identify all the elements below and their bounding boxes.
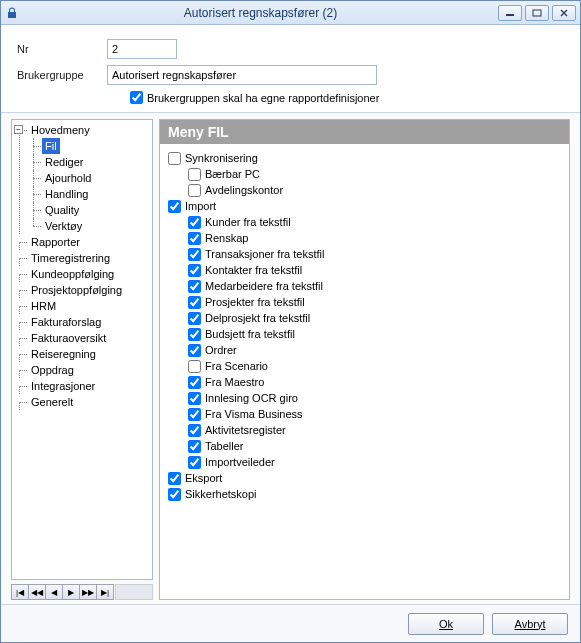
minimize-button[interactable] — [498, 5, 522, 21]
permission-label[interactable]: Fra Visma Business — [205, 406, 303, 422]
tree-node-root[interactable]: Hovedmeny — [28, 122, 93, 138]
permission-label[interactable]: Delprosjekt fra tekstfil — [205, 310, 310, 326]
permission-label[interactable]: Budsjett fra tekstfil — [205, 326, 295, 342]
permission-checkbox[interactable] — [188, 376, 201, 389]
permission-label[interactable]: Tabeller — [205, 438, 244, 454]
tree-node[interactable]: Fakturaforslag — [28, 314, 104, 330]
cancel-button[interactable]: Avbryt — [492, 613, 568, 635]
permission-label[interactable]: Medarbeidere fra tekstfil — [205, 278, 323, 294]
content-panel: Meny FIL SynkroniseringBærbar PCAvdeling… — [159, 119, 570, 600]
tree-node[interactable]: Quality — [42, 202, 82, 218]
permission-checkbox[interactable] — [188, 408, 201, 421]
tree-node[interactable]: Fakturaoversikt — [28, 330, 109, 346]
tree-node[interactable]: Generelt — [28, 394, 76, 410]
permission-checkbox[interactable] — [188, 360, 201, 373]
permission-checkbox[interactable] — [188, 312, 201, 325]
permission-checkbox[interactable] — [188, 248, 201, 261]
group-label: Brukergruppe — [17, 69, 107, 81]
close-button[interactable] — [552, 5, 576, 21]
permission-label[interactable]: Fra Scenario — [205, 358, 268, 374]
own-reports-checkbox[interactable] — [130, 91, 143, 104]
permission-item: Importveileder — [168, 454, 561, 470]
permission-label[interactable]: Transaksjoner fra tekstfil — [205, 246, 324, 262]
tree-node[interactable]: Prosjektoppfølging — [28, 282, 125, 298]
maximize-button[interactable] — [525, 5, 549, 21]
permission-checkbox[interactable] — [168, 488, 181, 501]
permission-label[interactable]: Synkronisering — [185, 150, 258, 166]
permission-checkbox[interactable] — [188, 184, 201, 197]
tree-node[interactable]: Rapporter — [28, 234, 83, 250]
tree-expander[interactable]: − — [14, 125, 23, 134]
permission-checkbox[interactable] — [188, 392, 201, 405]
permission-label[interactable]: Kontakter fra tekstfil — [205, 262, 302, 278]
permission-checkbox[interactable] — [188, 232, 201, 245]
permission-label[interactable]: Prosjekter fra tekstfil — [205, 294, 305, 310]
permission-item: Kontakter fra tekstfil — [168, 262, 561, 278]
tree-node[interactable]: Kundeoppfølging — [28, 266, 117, 282]
permission-checkbox[interactable] — [188, 280, 201, 293]
ok-button-label: Ok — [439, 618, 453, 630]
ok-button[interactable]: Ok — [408, 613, 484, 635]
panel-header: Meny FIL — [160, 120, 569, 144]
permission-label[interactable]: Eksport — [185, 470, 222, 486]
permission-checkbox[interactable] — [188, 344, 201, 357]
own-reports-label[interactable]: Brukergruppen skal ha egne rapportdefini… — [147, 92, 379, 104]
permissions-checklist: SynkroniseringBærbar PCAvdelingskontorIm… — [160, 144, 569, 508]
permission-item: Renskap — [168, 230, 561, 246]
permission-checkbox[interactable] — [188, 216, 201, 229]
permission-item: Delprosjekt fra tekstfil — [168, 310, 561, 326]
permission-label[interactable]: Avdelingskontor — [205, 182, 283, 198]
permission-item: Fra Visma Business — [168, 406, 561, 422]
permission-label[interactable]: Importveileder — [205, 454, 275, 470]
permission-item: Ordrer — [168, 342, 561, 358]
nav-prev-page-button[interactable]: ◀◀ — [28, 584, 46, 600]
permission-label[interactable]: Fra Maestro — [205, 374, 264, 390]
nr-input[interactable] — [107, 39, 177, 59]
main-area: −HovedmenyFilRedigerAjourholdHandlingQua… — [1, 113, 580, 604]
nav-next-button[interactable]: ▶ — [62, 584, 80, 600]
nav-next-page-button[interactable]: ▶▶ — [79, 584, 97, 600]
dialog-window: Autorisert regnskapsfører (2) Nr Brukerg… — [0, 0, 581, 643]
title-bar: Autorisert regnskapsfører (2) — [1, 1, 580, 25]
tree-node[interactable]: HRM — [28, 298, 59, 314]
permission-checkbox[interactable] — [188, 264, 201, 277]
permission-label[interactable]: Innlesing OCR giro — [205, 390, 298, 406]
group-input[interactable] — [107, 65, 377, 85]
permission-label[interactable]: Renskap — [205, 230, 248, 246]
nav-first-button[interactable]: |◀ — [11, 584, 29, 600]
svg-rect-1 — [533, 10, 541, 16]
permission-label[interactable]: Sikkerhetskopi — [185, 486, 257, 502]
tree-node[interactable]: Ajourhold — [42, 170, 94, 186]
permission-checkbox[interactable] — [168, 472, 181, 485]
permission-checkbox[interactable] — [188, 456, 201, 469]
tree-node[interactable]: Handling — [42, 186, 91, 202]
tree-node[interactable]: Reiseregning — [28, 346, 99, 362]
tree-node[interactable]: Rediger — [42, 154, 87, 170]
permission-item: Aktivitetsregister — [168, 422, 561, 438]
nav-last-button[interactable]: ▶| — [96, 584, 114, 600]
tree-nav-buttons: |◀ ◀◀ ◀ ▶ ▶▶ ▶| — [11, 584, 153, 600]
permission-checkbox[interactable] — [188, 328, 201, 341]
tree-node[interactable]: Integrasjoner — [28, 378, 98, 394]
tree-node[interactable]: Verktøy — [42, 218, 85, 234]
permission-label[interactable]: Aktivitetsregister — [205, 422, 286, 438]
permission-checkbox[interactable] — [188, 440, 201, 453]
permission-label[interactable]: Ordrer — [205, 342, 237, 358]
permission-label[interactable]: Bærbar PC — [205, 166, 260, 182]
nav-prev-button[interactable]: ◀ — [45, 584, 63, 600]
window-title: Autorisert regnskapsfører (2) — [23, 6, 498, 20]
tree-node[interactable]: Fil — [42, 138, 60, 154]
permission-item: Innlesing OCR giro — [168, 390, 561, 406]
permission-checkbox[interactable] — [188, 424, 201, 437]
permission-label[interactable]: Kunder fra tekstfil — [205, 214, 291, 230]
permission-checkbox[interactable] — [188, 168, 201, 181]
permission-label[interactable]: Import — [185, 198, 216, 214]
permission-checkbox[interactable] — [188, 296, 201, 309]
tree-node[interactable]: Timeregistrering — [28, 250, 113, 266]
permission-checkbox[interactable] — [168, 152, 181, 165]
menu-tree[interactable]: −HovedmenyFilRedigerAjourholdHandlingQua… — [11, 119, 153, 580]
tree-node[interactable]: Oppdrag — [28, 362, 77, 378]
lock-icon — [5, 6, 19, 20]
permission-checkbox[interactable] — [168, 200, 181, 213]
svg-rect-0 — [506, 14, 514, 16]
